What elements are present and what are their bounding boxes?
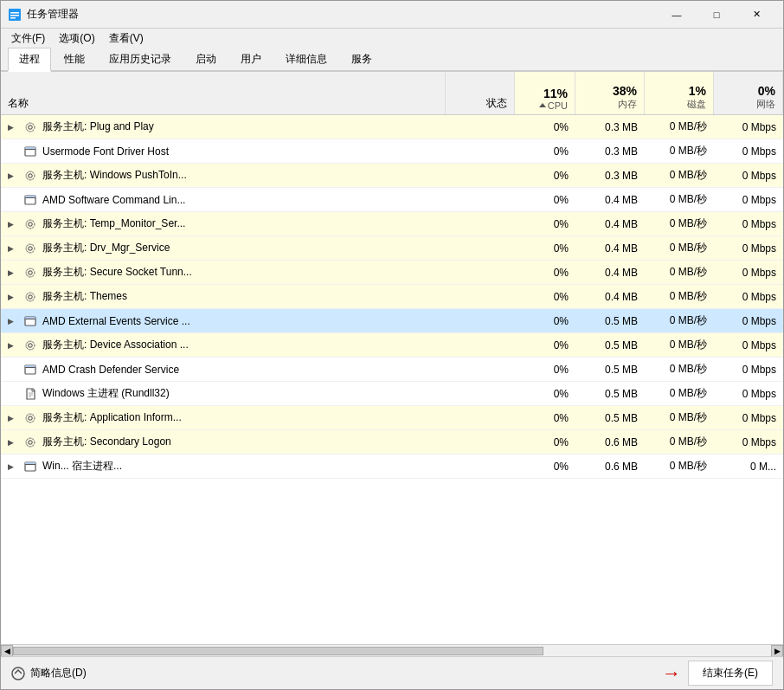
expand-icon[interactable]: ▶: [8, 244, 18, 253]
table-row[interactable]: Windows 主进程 (Rundll32) 0% 0.5 MB 0 MB/秒 …: [1, 382, 783, 406]
minimize-button[interactable]: —: [657, 1, 697, 29]
expand-icon[interactable]: ▶: [8, 293, 18, 301]
process-name: 服务主机: Windows PushToIn...: [42, 168, 187, 183]
cell-status: [446, 294, 515, 300]
cell-network: 0 Mbps: [714, 240, 783, 257]
tab-performance[interactable]: 性能: [53, 48, 96, 70]
scroll-right-btn[interactable]: ▶: [771, 645, 783, 657]
cell-name: Windows 主进程 (Rundll32): [1, 384, 446, 403]
window-icon: [23, 314, 37, 328]
table-row[interactable]: ▶ Win... 宿主进程... 0% 0.6 MB 0 MB/秒 0 M...: [1, 455, 783, 479]
table-row[interactable]: ▶ AMD External Events Service ... 0% 0.5…: [1, 309, 783, 333]
col-network[interactable]: 0% 网络: [714, 72, 783, 114]
table-row[interactable]: ▶ 服务主机: Drv_Mgr_Service 0% 0.4 MB 0 MB/秒…: [1, 236, 783, 261]
expand-icon[interactable]: ▶: [8, 220, 18, 229]
h-scroll-track[interactable]: [13, 646, 771, 656]
table-row[interactable]: ▶ 服务主机: Plug and Play 0% 0.3 MB 0 MB/秒 0…: [1, 115, 783, 139]
net-value: 0 Mbps: [742, 121, 776, 133]
window-icon: [23, 363, 37, 377]
gear-icon: [23, 290, 37, 304]
tab-processes[interactable]: 进程: [8, 48, 51, 72]
cell-disk: 0 MB/秒: [645, 165, 714, 185]
process-name: 服务主机: Themes: [42, 289, 127, 304]
mem-value: 0.4 MB: [605, 267, 638, 279]
col-memory[interactable]: 38% 内存: [575, 72, 645, 114]
col-disk[interactable]: 1% 磁盘: [645, 72, 714, 114]
summary-toggle[interactable]: 简略信息(D): [11, 666, 87, 680]
status-bar: 简略信息(D) → 结束任务(E): [1, 656, 783, 689]
title-bar: 任务管理器 — □ ✕: [1, 1, 783, 29]
table-row[interactable]: ▶ 服务主机: Temp_Monitor_Ser... 0% 0.4 MB 0 …: [1, 212, 783, 236]
table-row[interactable]: ▶ 服务主机: Secure Socket Tunn... 0% 0.4 MB …: [1, 261, 783, 285]
mem-value: 0.3 MB: [605, 170, 638, 182]
cell-disk: 0 MB/秒: [645, 117, 714, 137]
disk-value: 0 MB/秒: [670, 168, 707, 183]
mem-value: 0.4 MB: [605, 242, 638, 255]
close-button[interactable]: ✕: [736, 1, 776, 29]
table-row[interactable]: Usermode Font Driver Host 0% 0.3 MB 0 MB…: [1, 139, 783, 164]
expand-icon[interactable]: ▶: [8, 171, 18, 180]
disk-value: 0 MB/秒: [670, 289, 707, 304]
cpu-value: 0%: [554, 267, 569, 279]
menu-view[interactable]: 查看(V): [102, 29, 151, 48]
gear-icon: [23, 169, 37, 183]
tab-bar: 进程 性能 应用历史记录 启动 用户 详细信息 服务: [1, 48, 783, 72]
svg-point-31: [29, 343, 32, 346]
h-scroll-thumb[interactable]: [13, 647, 543, 655]
col-status[interactable]: 状态: [446, 72, 515, 114]
col-name[interactable]: 名称: [1, 72, 446, 114]
tab-services[interactable]: 服务: [340, 48, 383, 70]
menu-file[interactable]: 文件(F): [4, 29, 52, 48]
maximize-button[interactable]: □: [697, 1, 736, 29]
expand-icon[interactable]: ▶: [8, 414, 18, 422]
table-row[interactable]: AMD Software Command Lin... 0% 0.4 MB 0 …: [1, 188, 783, 212]
svg-rect-48: [25, 464, 35, 465]
cell-memory: 0.3 MB: [575, 119, 645, 136]
cell-disk: 0 MB/秒: [645, 408, 714, 428]
cpu-value: 0%: [554, 194, 569, 206]
cell-status: [446, 125, 515, 130]
table-body[interactable]: ▶ 服务主机: Plug and Play 0% 0.3 MB 0 MB/秒 0…: [1, 115, 783, 644]
disk-value: 0 MB/秒: [670, 216, 707, 231]
end-task-button[interactable]: 结束任务(E): [688, 661, 773, 686]
table-row[interactable]: AMD Crash Defender Service 0% 0.5 MB 0 M…: [1, 358, 783, 382]
net-value: 0 Mbps: [742, 388, 776, 400]
menu-options[interactable]: 选项(O): [52, 29, 101, 48]
mem-value: 0.3 MB: [605, 121, 638, 133]
cpu-value: 0%: [554, 315, 569, 327]
expand-icon[interactable]: ▶: [8, 123, 18, 132]
process-name: 服务主机: Drv_Mgr_Service: [42, 241, 170, 255]
table-row[interactable]: ▶ 服务主机: Application Inform... 0% 0.5 MB …: [1, 406, 783, 430]
scroll-left-btn[interactable]: ◀: [1, 645, 13, 657]
disk-value: 0 MB/秒: [670, 338, 707, 352]
tab-details[interactable]: 详细信息: [274, 48, 338, 70]
cpu-value: 0%: [554, 461, 569, 473]
expand-icon[interactable]: ▶: [8, 462, 18, 471]
table-row[interactable]: ▶ 服务主机: Secondary Logon 0% 0.6 MB 0 MB/秒…: [1, 430, 783, 455]
col-cpu[interactable]: 11% CPU: [515, 72, 575, 114]
mem-value: 0.4 MB: [605, 194, 638, 206]
svg-point-10: [29, 173, 32, 177]
tab-startup[interactable]: 启动: [184, 48, 228, 70]
expand-icon[interactable]: ▶: [8, 438, 18, 447]
cell-disk: 0 MB/秒: [645, 384, 714, 403]
cell-status: [446, 270, 515, 275]
horizontal-scrollbar[interactable]: ◀ ▶: [1, 644, 783, 656]
tab-users[interactable]: 用户: [229, 48, 273, 70]
cell-disk: 0 MB/秒: [645, 335, 714, 355]
tab-app-history[interactable]: 应用历史记录: [98, 48, 183, 70]
expand-icon[interactable]: ▶: [8, 317, 18, 326]
end-task-area: → 结束任务(E): [662, 661, 773, 686]
process-name: 服务主机: Secure Socket Tunn...: [42, 265, 192, 280]
svg-rect-2: [10, 15, 19, 16]
table-row[interactable]: ▶ 服务主机: Windows PushToIn... 0% 0.3 MB 0 …: [1, 164, 783, 188]
table-row[interactable]: ▶ 服务主机: Device Association ... 0% 0.5 MB…: [1, 333, 783, 358]
cpu-value: 0%: [554, 121, 569, 133]
disk-value: 0 MB/秒: [670, 362, 707, 377]
expand-icon[interactable]: ▶: [8, 268, 18, 277]
sort-asc-icon: [539, 103, 546, 107]
table-row[interactable]: ▶ 服务主机: Themes 0% 0.4 MB 0 MB/秒 0 Mbps: [1, 285, 783, 309]
cell-memory: 0.5 MB: [575, 409, 645, 427]
expand-icon[interactable]: ▶: [8, 341, 18, 350]
cell-disk: 0 MB/秒: [645, 214, 714, 234]
